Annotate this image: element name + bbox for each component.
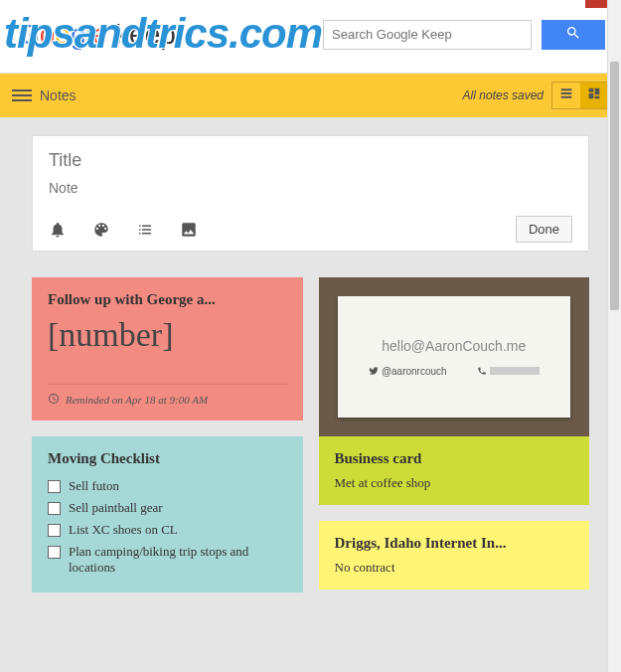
reminder-button[interactable]: [49, 221, 67, 239]
palette-icon: [92, 225, 110, 242]
checkbox-icon[interactable]: [48, 524, 61, 537]
clock-icon: [48, 393, 60, 407]
checkbox-icon[interactable]: [48, 502, 61, 515]
checklist-icon: [136, 225, 154, 242]
search-button[interactable]: [542, 20, 605, 50]
toolbar-title: Notes: [40, 87, 77, 103]
scrollbar-thumb[interactable]: [610, 62, 619, 310]
grid-view-button[interactable]: [580, 83, 608, 108]
twitter-handle: @aaronrcouch: [369, 366, 447, 377]
checklist-item[interactable]: Plan camping/biking trip stops and locat…: [48, 541, 287, 579]
note-followup[interactable]: Follow up with George a... [number] Remi…: [32, 277, 303, 420]
note-business-card[interactable]: hello@AaronCouch.me @aaronrcouch: [319, 277, 590, 505]
toolbar: Notes All notes saved: [0, 74, 621, 117]
view-toggle: [551, 82, 609, 109]
content-area: Done Follow up with George a... [number]…: [0, 117, 621, 610]
compose-body-input[interactable]: [49, 180, 572, 210]
search-icon: [565, 25, 581, 44]
note-driggs[interactable]: Driggs, Idaho Internet In... No contract: [319, 521, 590, 589]
image-button[interactable]: [180, 221, 198, 239]
phone-number: [477, 366, 540, 377]
app-logo: Google keep: [16, 19, 176, 51]
window-control-indicator: [585, 0, 607, 8]
checklist-item[interactable]: Sell paintball gear: [48, 497, 287, 519]
note-body: Met at coffee shop: [335, 475, 574, 491]
list-view-button[interactable]: [552, 83, 580, 108]
bell-icon: [49, 225, 67, 242]
vertical-scrollbar[interactable]: [607, 0, 621, 672]
menu-button[interactable]: [12, 85, 32, 105]
search-input[interactable]: [323, 20, 532, 50]
note-reminder: Reminded on Apr 18 at 9:00 AM: [48, 384, 287, 407]
grid-icon: [586, 85, 602, 105]
app-header: Google keep: [0, 0, 621, 74]
card-email-text: hello@AaronCouch.me: [382, 338, 526, 354]
note-title: Follow up with George a...: [48, 291, 287, 308]
save-status: All notes saved: [463, 88, 543, 102]
checkbox-icon[interactable]: [48, 546, 61, 559]
note-title: Driggs, Idaho Internet In...: [335, 535, 574, 552]
checkbox-icon[interactable]: [48, 480, 61, 493]
note-body: No contract: [335, 560, 574, 576]
note-image: hello@AaronCouch.me @aaronrcouch: [319, 277, 590, 436]
phone-icon: [477, 366, 487, 376]
compose-note[interactable]: Done: [32, 135, 589, 252]
note-title: Moving Checklist: [48, 450, 287, 467]
color-button[interactable]: [92, 221, 110, 239]
note-body: [number]: [48, 316, 287, 354]
done-button[interactable]: Done: [516, 216, 572, 243]
list-button[interactable]: [136, 221, 154, 239]
checklist-item[interactable]: Sell futon: [48, 475, 287, 497]
list-icon: [558, 85, 574, 105]
checklist-item[interactable]: List XC shoes on CL: [48, 519, 287, 541]
compose-title-input[interactable]: [49, 150, 572, 179]
note-title: Business card: [335, 450, 574, 467]
image-icon: [180, 225, 198, 242]
note-moving[interactable]: Moving Checklist Sell futon Sell paintba…: [32, 436, 303, 592]
twitter-icon: [369, 366, 379, 376]
